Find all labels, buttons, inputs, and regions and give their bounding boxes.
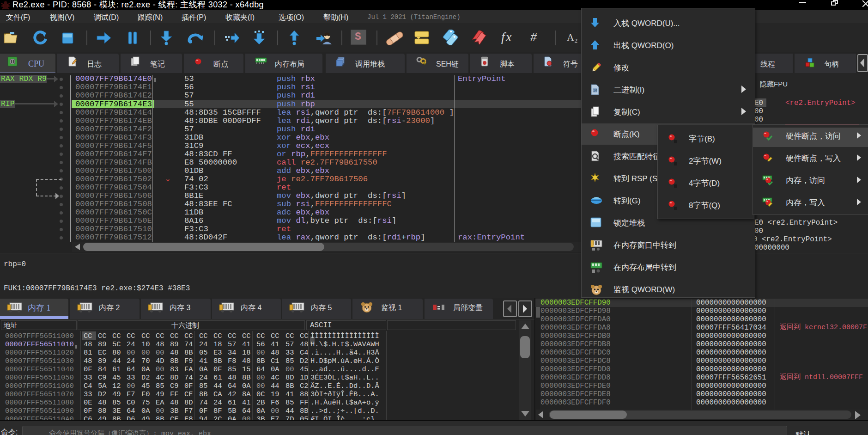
svg-text:!: ! xyxy=(424,62,425,65)
svg-text:10: 10 xyxy=(593,88,598,92)
